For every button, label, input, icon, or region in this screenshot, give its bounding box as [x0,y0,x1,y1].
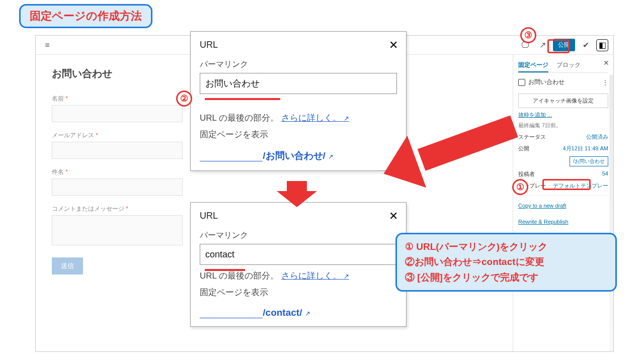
tab-page[interactable]: 固定ページ [518,59,548,72]
panel-title: URL [191,32,406,54]
input-name[interactable] [52,105,183,122]
url-panel-before: URL ✕ パーマリンク お問い合わせ URL の最後の部分。 さらに詳しく。 … [190,31,407,171]
row-publish[interactable]: 公開 4月12日 11:49 AM [518,145,608,152]
send-button[interactable]: 送信 [52,257,83,275]
copy-draft-link[interactable]: Copy to a new draft [518,203,566,209]
url-preview[interactable]: /contact/ ↗ [200,307,397,318]
tab-block[interactable]: ブロック [556,59,581,72]
view-page-text: 固定ページを表示 [200,287,397,298]
status-value[interactable]: 公開済み [586,133,608,141]
instruction-line-1: ① URL(パーマリンク)をクリック [405,239,607,254]
permalink-input[interactable] [200,244,397,265]
step-2-marker: ② [176,90,192,107]
close-icon[interactable]: ✕ [603,59,609,67]
arrow-down-icon [277,181,317,207]
document-row: お問い合わせ ⋮ [518,78,608,86]
settings-tabs: 固定ページ ブロック [518,59,608,73]
external-icon: ↗ [344,115,349,122]
external-icon: ↗ [344,273,349,280]
highlight-underline [205,98,280,100]
author-value[interactable]: 54 [602,170,608,178]
step-3-marker: ③ [520,27,536,43]
featured-image-button[interactable]: アイキャッチ画像を設定 [518,94,608,108]
rewrite-link[interactable]: Rewrite & Republish [518,219,569,225]
view-page-text: 固定ページを表示 [200,129,397,140]
add-excerpt-link[interactable]: 抜粋を追加 ... [518,112,552,118]
input-subject[interactable] [52,178,183,196]
permalink-label: パーマリンク [200,230,397,241]
external-icon: ↗ [328,153,334,160]
permalink-help: URL の最後の部分。 さらに詳しく。 ↗ [200,112,397,124]
jetpack-icon[interactable]: ✔ [579,39,592,52]
permalink-value-button[interactable]: /お問い合わせ [570,156,608,166]
external-icon: ↗ [305,310,310,317]
page-icon [518,79,525,86]
close-icon[interactable]: ✕ [389,39,398,52]
learn-more-link[interactable]: さらに詳しく。 ↗ [281,113,349,123]
highlight-permalink [542,179,591,190]
url-preview[interactable]: /お問い合わせ/ ↗ [200,149,397,162]
tutorial-title: 固定ページの作成方法 [30,10,142,22]
url-panel-after: URL ✕ パーマリンク URL の最後の部分。 さらに詳しく。 ↗ 固定ページ… [190,202,407,327]
input-email[interactable] [52,142,183,159]
status-label: ステータス [518,133,546,141]
highlight-underline [205,269,245,271]
permalink-input[interactable] [200,73,397,94]
settings-toggle-icon[interactable]: ◧ [596,39,608,51]
author-label: 投稿者 [518,170,535,178]
menu-icon[interactable]: ≡ [41,39,54,52]
input-message[interactable] [52,215,183,245]
instruction-line-2: ②お問い合わせ⇒contactに変更 [405,254,607,269]
highlight-publish [547,39,570,53]
kebab-icon[interactable]: ⋮ [602,79,608,86]
separator [518,196,608,196]
permalink-label: パーマリンク [200,59,397,70]
last-edited: 最終編集 7日前。 [518,122,608,129]
close-icon[interactable]: ✕ [389,210,398,223]
permalink-help: URL の最後の部分。 さらに詳しく。 ↗ [200,270,397,282]
learn-more-link[interactable]: さらに詳しく。 ↗ [281,271,349,281]
row-author[interactable]: 投稿者 54 [518,170,608,178]
instructions-callout: ① URL(パーマリンク)をクリック ②お問い合わせ⇒contactに変更 ③ … [395,233,617,292]
scrollbar[interactable] [609,75,613,351]
settings-sidebar: ✕ 固定ページ ブロック お問い合わせ ⋮ アイキャッチ画像を設定 抜粋を追加 … [513,55,613,351]
row-permalink[interactable]: /お問い合わせ [518,156,608,166]
step-1-marker: ① [512,179,528,195]
document-title: お問い合わせ [528,78,565,86]
publish-value[interactable]: 4月12日 11:49 AM [563,145,609,152]
instruction-line-3: ③ [公開]をクリックで完成です [405,270,607,285]
tutorial-title-badge: 固定ページの作成方法 [19,4,152,28]
row-status[interactable]: ステータス 公開済み [518,133,608,141]
